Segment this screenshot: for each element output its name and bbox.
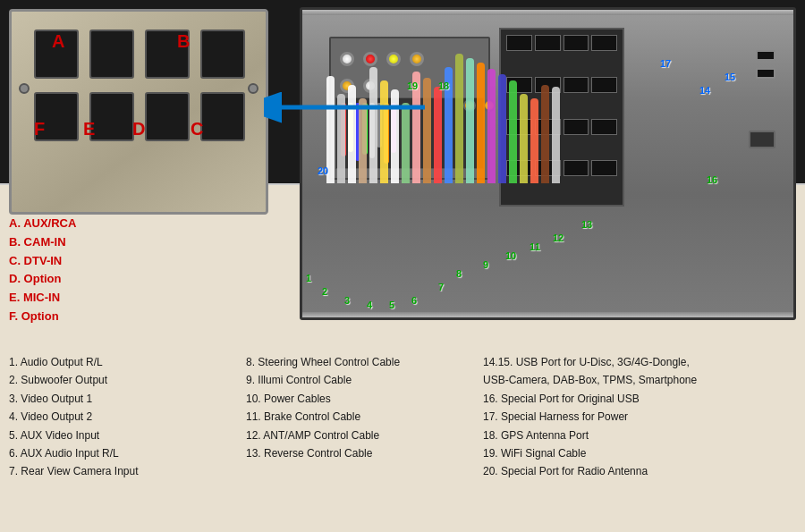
connector-diagram: A B F E D C (9, 9, 268, 215)
connector-inner: A B F E D C (12, 12, 266, 212)
label-F: F (34, 119, 45, 139)
num-item-10: 10. Power Cables (246, 390, 479, 408)
port-label-1: 1 (306, 273, 311, 283)
num-item-13: 13. Reverse Control Cable (246, 444, 479, 462)
port-label-4: 4 (367, 300, 372, 310)
port-label-6: 6 (411, 295, 417, 306)
num-item-8: 8. Steering Wheel Control Cable (246, 353, 479, 371)
label-E: E (83, 119, 95, 139)
num-item-5: 5. AUX Video Input (9, 426, 237, 444)
num-item-16: 16. Special Port for Original USB (483, 390, 801, 408)
wire-strand-15 (477, 63, 485, 183)
port-label-5: 5 (389, 300, 394, 310)
num-item-17: 17. Special Harness for Power (483, 408, 801, 426)
wire-strand-14 (466, 58, 474, 183)
port-label-16: 16 (707, 174, 717, 185)
wire-strand-20 (530, 98, 538, 183)
port-label-14: 14 (699, 85, 710, 96)
port-label-8: 8 (456, 268, 462, 279)
num-item-19: 19. WiFi Signal Cable (483, 444, 801, 462)
wire-strand-16 (487, 69, 496, 183)
port-label-11: 11 (530, 241, 540, 252)
wire-strand-13 (455, 54, 463, 183)
connector-hole-b (89, 30, 134, 79)
legend-D: D. Option (9, 270, 242, 289)
legend-area: A. AUX/RCA B. CAM-IN C. DTV-IN D. Option… (9, 215, 242, 326)
port-label-7: 7 (438, 282, 444, 292)
port-label-10: 10 (505, 250, 516, 261)
wire-strand-21 (541, 85, 549, 183)
port-label-15: 15 (724, 72, 735, 82)
legend-E: E. MIC-IN (9, 289, 242, 308)
port-label-19: 19 (407, 80, 418, 91)
connector-hole-c (200, 92, 245, 141)
legend-F: F. Option (9, 308, 242, 326)
screw-hole-right (248, 83, 258, 94)
connector-hole-unknown2 (200, 30, 245, 79)
numbered-list-left: 1. Audio Output R/L 2. Subwoofer Output … (9, 353, 237, 481)
label-B: B (177, 31, 190, 52)
wire-strand-22 (552, 87, 560, 183)
numbered-list-mid: 8. Steering Wheel Control Cable 9. Illum… (246, 353, 479, 462)
num-item-2: 2. Subwoofer Output (9, 371, 237, 389)
num-item-3: 3. Video Output 1 (9, 390, 237, 408)
legend-A: A. AUX/RCA (9, 215, 242, 233)
num-item-14-15: 14.15. USB Port for U-Disc, 3G/4G-Dongle… (483, 353, 801, 371)
legend-B: B. CAM-IN (9, 233, 242, 252)
num-item-20: 20. Special Port for Radio Antenna (483, 462, 801, 480)
num-item-4: 4. Video Output 2 (9, 408, 237, 426)
numbered-list-right: 14.15. USB Port for U-Disc, 3G/4G-Dongle… (483, 353, 801, 481)
connector-hole-d (145, 92, 190, 141)
legend-C: C. DTV-IN (9, 252, 242, 271)
wire-strand-19 (520, 94, 528, 183)
num-item-18: 18. GPS Antenna Port (483, 426, 801, 444)
port-label-12: 12 (553, 232, 564, 243)
num-item-12: 12. ANT/AMP Control Cable (246, 426, 479, 444)
port-label-18: 18 (438, 80, 449, 91)
num-item-6: 6. AUX Audio Input R/L (9, 444, 237, 462)
port-label-17: 17 (660, 58, 671, 69)
num-item-11: 11. Brake Control Cable (246, 408, 479, 426)
label-C: C (191, 119, 203, 139)
num-item-1: 1. Audio Output R/L (9, 353, 237, 371)
label-D: D (132, 119, 145, 139)
connector-hole-e (89, 92, 134, 141)
num-item-7: 7. Rear View Camera Input (9, 462, 237, 480)
label-A: A (52, 31, 64, 52)
port-label-2: 2 (322, 286, 327, 297)
screw-hole-left (19, 83, 30, 94)
wire-strand-18 (509, 80, 517, 183)
port-label-3: 3 (344, 295, 350, 306)
port-label-13: 13 (581, 219, 592, 230)
port-label-20: 20 (318, 165, 328, 176)
wire-strand-17 (498, 74, 506, 183)
num-item-9: 9. Illumi Control Cable (246, 371, 479, 389)
port-label-9: 9 (483, 259, 488, 270)
num-item-14-15b: USB-Camera, DAB-Box, TPMS, Smartphone (483, 371, 801, 389)
